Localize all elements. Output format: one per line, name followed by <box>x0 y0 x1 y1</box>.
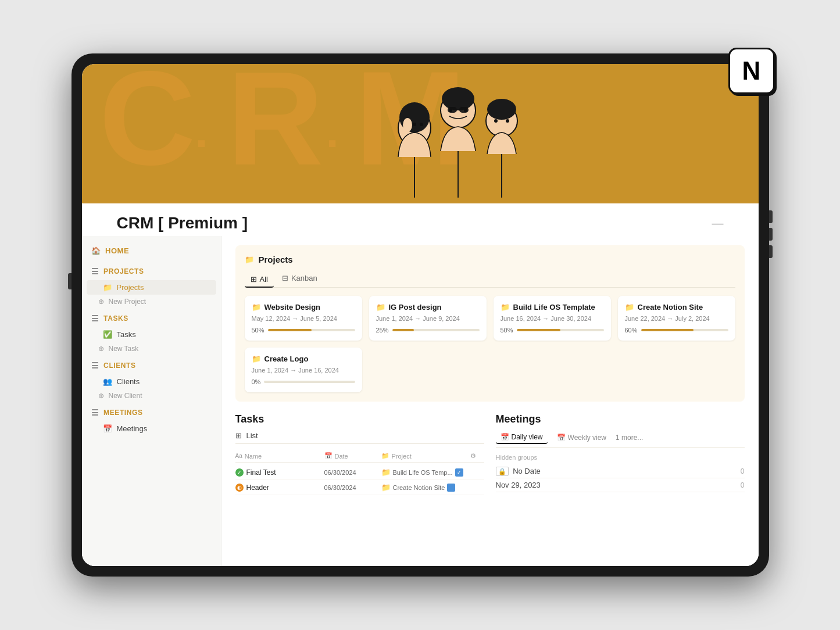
svg-point-16 <box>494 119 498 123</box>
sidebar-section-meetings: ☰ MEETINGS 📅 Meetings <box>82 405 221 436</box>
project-progress-ig: 25% <box>376 327 480 334</box>
project-progress-website: 50% <box>252 327 355 334</box>
hidden-groups-label: Hidden groups <box>496 454 745 461</box>
sidebar-section-header-clients[interactable]: ☰ CLIENTS <box>82 357 221 374</box>
page-title-row: CRM [ Premium ] — <box>82 203 759 236</box>
folder-icon-task2: 📁 <box>381 483 391 492</box>
sidebar-item-meetings[interactable]: 📅 Meetings <box>87 421 216 436</box>
tasks-table-header: Aa Name 📅 Date 📁 Proje <box>235 450 484 463</box>
sidebar-item-tasks[interactable]: ✅ Tasks <box>87 327 216 342</box>
content-area: 🏠 HOME ☰ PROJECTS 📁 Projects <box>82 236 759 566</box>
menu-icon-projects: ☰ <box>91 267 99 276</box>
lock-icon: 🔒 <box>496 467 509 476</box>
projects-section-box: 📁 Projects ⊞ All ⊟ Kanban <box>235 245 745 402</box>
svg-point-7 <box>442 87 474 110</box>
progress-bar-notion <box>641 329 728 331</box>
more-views-link[interactable]: 1 more... <box>616 434 643 442</box>
progress-fill-ig <box>392 329 414 331</box>
project-card-ig-post[interactable]: 📁 IG Post design June 1, 2024 → June 9, … <box>369 296 487 341</box>
menu-icon-meetings: ☰ <box>91 408 99 417</box>
plus-icon-project: ⊕ <box>98 298 104 306</box>
col-header-date: 📅 Date <box>324 452 377 460</box>
meetings-date-row-nov[interactable]: Nov 29, 2023 0 <box>496 478 745 492</box>
progress-bar-website <box>268 329 355 331</box>
folder-icon-card1: 📁 <box>252 303 261 312</box>
tasks-list-label: List <box>246 431 258 440</box>
sidebar-section-header-tasks[interactable]: ☰ TASKS <box>82 310 221 327</box>
svg-point-17 <box>506 119 509 123</box>
table-row[interactable]: ◐ Header 06/30/2024 📁 Create Notion Site <box>235 480 484 495</box>
project-card-notion-site[interactable]: 📁 Create Notion Site June 22, 2024 → Jul… <box>618 296 735 341</box>
project-card-title-build: 📁 Build Life OS Template <box>501 303 604 312</box>
meetings-count-nov: 0 <box>741 481 745 489</box>
project-card-build-life-os[interactable]: 📁 Build Life OS Template June 16, 2024 →… <box>494 296 611 341</box>
tab-all[interactable]: ⊞ All <box>245 271 274 288</box>
sidebar-item-clients[interactable]: 👥 Clients <box>87 374 216 389</box>
meetings-count-no-date: 0 <box>741 467 745 475</box>
main-content: CRM [ Premium ] — 🏠 HOME ☰ PR <box>82 203 759 566</box>
page-title: CRM [ Premium ] <box>117 214 248 232</box>
minimize-button[interactable]: — <box>712 217 724 229</box>
main-panel: 📁 Projects ⊞ All ⊟ Kanban <box>221 236 759 566</box>
sidebar-new-task[interactable]: ⊕ New Task <box>82 342 221 355</box>
project-card-title-website: 📁 Website Design <box>252 303 355 312</box>
folder-icon-card2: 📁 <box>376 303 385 312</box>
tab-weekly-view[interactable]: 📅 Weekly view <box>552 432 611 443</box>
tab-daily-view[interactable]: 📅 Daily view <box>496 431 548 444</box>
meetings-date-row-no-date[interactable]: 🔒 No Date 0 <box>496 464 745 478</box>
svg-point-2 <box>403 118 412 132</box>
project-card-website-design[interactable]: 📁 Website Design May 12, 2024 → June 5, … <box>245 296 362 341</box>
list-icon-tasks: ⊞ <box>235 431 242 440</box>
folder-icon-projects: 📁 <box>103 283 112 292</box>
plus-icon-task: ⊕ <box>98 345 104 353</box>
people-icon-clients: 👥 <box>103 377 112 386</box>
col-header-project: 📁 Project <box>381 452 466 460</box>
sidebar: 🏠 HOME ☰ PROJECTS 📁 Projects <box>82 236 221 566</box>
svg-point-15 <box>487 99 516 120</box>
project-progress-notion: 60% <box>625 327 728 334</box>
sidebar-new-project[interactable]: ⊕ New Project <box>82 295 221 308</box>
project-card-create-logo[interactable]: 📁 Create Logo June 1, 2024 → June 16, 20… <box>245 348 362 392</box>
check-icon-header: ◐ <box>235 484 244 492</box>
project-card-date-build: June 16, 2024 → June 30, 2024 <box>501 315 604 322</box>
sidebar-new-client[interactable]: ⊕ New Client <box>82 389 221 402</box>
hero-dot-1: . <box>195 105 208 158</box>
task-project-header: 📁 Create Notion Site <box>381 483 466 492</box>
svg-point-5 <box>420 123 423 126</box>
sidebar-item-projects[interactable]: 📁 Projects <box>87 280 216 295</box>
check-icon-final-test: ✓ <box>235 468 244 477</box>
project-card-date-notion: June 22, 2024 → July 2, 2024 <box>625 315 728 322</box>
project-progress-logo: 0% <box>252 378 355 385</box>
progress-fill-notion <box>641 329 694 331</box>
checkbox-task2 <box>447 484 455 492</box>
project-card-title-ig: 📁 IG Post design <box>376 303 480 312</box>
sidebar-section-tasks: ☰ TASKS ✅ Tasks ⊕ New Task <box>82 310 221 355</box>
progress-fill-build <box>517 329 560 331</box>
progress-bar-ig <box>392 329 480 331</box>
hero-letter-r: R <box>227 64 324 178</box>
grid-icon-all: ⊞ <box>251 275 257 284</box>
folder-icon-card3: 📁 <box>501 303 510 312</box>
progress-bar-logo <box>264 381 355 383</box>
tasks-view-tab-bar: ⊞ List <box>235 431 484 444</box>
sidebar-item-home[interactable]: 🏠 HOME <box>82 243 221 259</box>
calendar-icon-weekly: 📅 <box>557 434 566 442</box>
projects-section-header: 📁 Projects <box>245 255 735 264</box>
task-project-final-test: 📁 Build Life OS Temp... ✓ <box>381 468 466 477</box>
meetings-date-label-nov: Nov 29, 2023 <box>496 481 541 489</box>
progress-bar-build <box>517 329 604 331</box>
task-name-final-test: ✓ Final Test <box>235 468 320 477</box>
meetings-section-title: Meetings <box>496 413 745 425</box>
table-row[interactable]: ✓ Final Test 06/30/2024 📁 Build Life OS … <box>235 465 484 480</box>
project-card-date-logo: June 1, 2024 → June 16, 2024 <box>252 367 355 374</box>
project-card-title-notion: 📁 Create Notion Site <box>625 303 728 312</box>
folder-icon-card4: 📁 <box>625 303 634 312</box>
sidebar-section-header-projects[interactable]: ☰ PROJECTS <box>82 263 221 280</box>
sidebar-section-header-meetings[interactable]: ☰ MEETINGS <box>82 405 221 421</box>
svg-rect-10 <box>448 107 457 113</box>
tablet-screen: C . R . M . <box>82 64 759 566</box>
notion-icon: N <box>728 48 775 94</box>
project-card-date-website: May 12, 2024 → June 5, 2024 <box>252 315 355 322</box>
tab-kanban[interactable]: ⊟ Kanban <box>276 271 323 285</box>
project-cards-row1: 📁 Website Design May 12, 2024 → June 5, … <box>245 296 735 341</box>
